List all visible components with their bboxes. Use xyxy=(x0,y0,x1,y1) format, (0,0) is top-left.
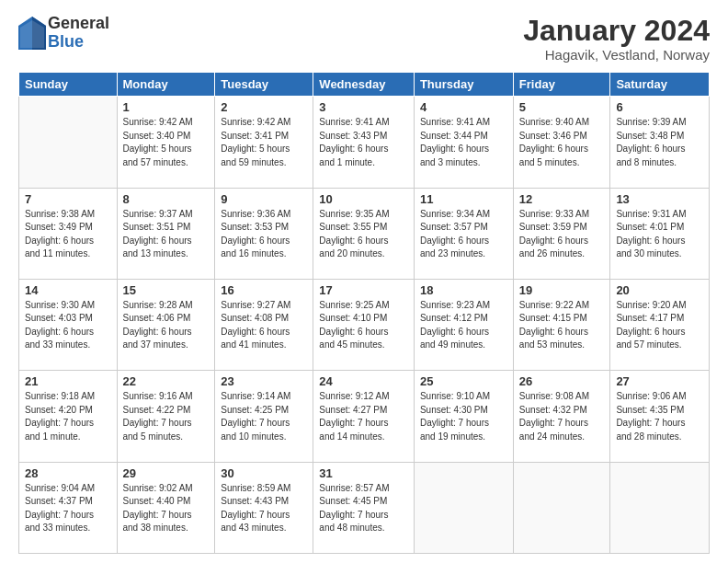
day-number-25: 25 xyxy=(420,374,507,388)
day-number-27: 27 xyxy=(616,374,703,388)
logo-general-text: General xyxy=(48,15,109,33)
calendar-cell-w3-d7: 20Sunrise: 9:20 AMSunset: 4:17 PMDayligh… xyxy=(610,279,710,370)
day-info-14: Sunrise: 9:30 AMSunset: 4:03 PMDaylight:… xyxy=(25,299,111,352)
day-number-31: 31 xyxy=(319,466,408,480)
day-number-2: 2 xyxy=(221,100,307,114)
location: Hagavik, Vestland, Norway xyxy=(523,47,710,63)
day-info-2: Sunrise: 9:42 AMSunset: 3:41 PMDaylight:… xyxy=(221,116,307,169)
calendar-week-2: 7Sunrise: 9:38 AMSunset: 3:49 PMDaylight… xyxy=(19,188,710,279)
calendar-cell-w5-d2: 29Sunrise: 9:02 AMSunset: 4:40 PMDayligh… xyxy=(117,462,215,553)
calendar-cell-w2-d6: 12Sunrise: 9:33 AMSunset: 3:59 PMDayligh… xyxy=(513,188,610,279)
day-info-25: Sunrise: 9:10 AMSunset: 4:30 PMDaylight:… xyxy=(420,390,507,443)
logo-text: General Blue xyxy=(48,15,109,52)
day-number-14: 14 xyxy=(25,283,111,297)
calendar-cell-w3-d3: 16Sunrise: 9:27 AMSunset: 4:08 PMDayligh… xyxy=(215,279,313,370)
calendar-cell-w5-d6 xyxy=(513,462,610,553)
logo-blue-text: Blue xyxy=(48,33,109,52)
calendar-cell-w4-d5: 25Sunrise: 9:10 AMSunset: 4:30 PMDayligh… xyxy=(414,371,513,462)
calendar-cell-w4-d3: 23Sunrise: 9:14 AMSunset: 4:25 PMDayligh… xyxy=(215,371,313,462)
header-saturday: Saturday xyxy=(610,73,710,97)
calendar-week-4: 21Sunrise: 9:18 AMSunset: 4:20 PMDayligh… xyxy=(19,371,710,462)
header-thursday: Thursday xyxy=(414,73,513,97)
day-number-9: 9 xyxy=(221,192,307,206)
day-info-4: Sunrise: 9:41 AMSunset: 3:44 PMDaylight:… xyxy=(420,116,507,169)
month-title: January 2024 xyxy=(523,15,710,47)
day-info-15: Sunrise: 9:28 AMSunset: 4:06 PMDaylight:… xyxy=(123,299,210,352)
calendar-cell-w1-d4: 3Sunrise: 9:41 AMSunset: 3:43 PMDaylight… xyxy=(313,97,415,188)
day-info-31: Sunrise: 8:57 AMSunset: 4:45 PMDaylight:… xyxy=(319,482,408,535)
day-number-24: 24 xyxy=(319,374,408,388)
day-number-8: 8 xyxy=(123,192,210,206)
day-number-28: 28 xyxy=(25,466,111,480)
calendar-cell-w2-d1: 7Sunrise: 9:38 AMSunset: 3:49 PMDaylight… xyxy=(19,188,118,279)
day-number-10: 10 xyxy=(319,192,408,206)
day-info-1: Sunrise: 9:42 AMSunset: 3:40 PMDaylight:… xyxy=(123,116,210,169)
calendar-cell-w2-d2: 8Sunrise: 9:37 AMSunset: 3:51 PMDaylight… xyxy=(117,188,215,279)
day-info-10: Sunrise: 9:35 AMSunset: 3:55 PMDaylight:… xyxy=(319,208,408,261)
calendar-cell-w1-d3: 2Sunrise: 9:42 AMSunset: 3:41 PMDaylight… xyxy=(215,97,313,188)
day-number-30: 30 xyxy=(221,466,307,480)
calendar-cell-w1-d6: 5Sunrise: 9:40 AMSunset: 3:46 PMDaylight… xyxy=(513,97,610,188)
day-info-30: Sunrise: 8:59 AMSunset: 4:43 PMDaylight:… xyxy=(221,482,307,535)
day-number-23: 23 xyxy=(221,374,307,388)
calendar-cell-w5-d3: 30Sunrise: 8:59 AMSunset: 4:43 PMDayligh… xyxy=(215,462,313,553)
calendar-body: 1Sunrise: 9:42 AMSunset: 3:40 PMDaylight… xyxy=(19,97,710,554)
day-info-12: Sunrise: 9:33 AMSunset: 3:59 PMDaylight:… xyxy=(519,208,605,261)
day-info-17: Sunrise: 9:25 AMSunset: 4:10 PMDaylight:… xyxy=(319,299,408,352)
calendar-cell-w5-d1: 28Sunrise: 9:04 AMSunset: 4:37 PMDayligh… xyxy=(19,462,118,553)
calendar-cell-w2-d5: 11Sunrise: 9:34 AMSunset: 3:57 PMDayligh… xyxy=(414,188,513,279)
calendar-cell-w4-d4: 24Sunrise: 9:12 AMSunset: 4:27 PMDayligh… xyxy=(313,371,415,462)
day-number-3: 3 xyxy=(319,100,408,114)
day-info-3: Sunrise: 9:41 AMSunset: 3:43 PMDaylight:… xyxy=(319,116,408,169)
day-number-16: 16 xyxy=(221,283,307,297)
day-info-26: Sunrise: 9:08 AMSunset: 4:32 PMDaylight:… xyxy=(519,390,605,443)
calendar-cell-w3-d6: 19Sunrise: 9:22 AMSunset: 4:15 PMDayligh… xyxy=(513,279,610,370)
calendar-cell-w2-d7: 13Sunrise: 9:31 AMSunset: 4:01 PMDayligh… xyxy=(610,188,710,279)
calendar-header: Sunday Monday Tuesday Wednesday Thursday… xyxy=(19,73,710,97)
day-info-19: Sunrise: 9:22 AMSunset: 4:15 PMDaylight:… xyxy=(519,299,605,352)
day-number-17: 17 xyxy=(319,283,408,297)
day-number-11: 11 xyxy=(420,192,507,206)
calendar-week-3: 14Sunrise: 9:30 AMSunset: 4:03 PMDayligh… xyxy=(19,279,710,370)
header-friday: Friday xyxy=(513,73,610,97)
calendar-cell-w4-d2: 22Sunrise: 9:16 AMSunset: 4:22 PMDayligh… xyxy=(117,371,215,462)
day-info-6: Sunrise: 9:39 AMSunset: 3:48 PMDaylight:… xyxy=(616,116,703,169)
calendar-cell-w4-d1: 21Sunrise: 9:18 AMSunset: 4:20 PMDayligh… xyxy=(19,371,118,462)
calendar-cell-w2-d3: 9Sunrise: 9:36 AMSunset: 3:53 PMDaylight… xyxy=(215,188,313,279)
calendar-cell-w1-d2: 1Sunrise: 9:42 AMSunset: 3:40 PMDaylight… xyxy=(117,97,215,188)
day-info-23: Sunrise: 9:14 AMSunset: 4:25 PMDaylight:… xyxy=(221,390,307,443)
logo-icon xyxy=(18,17,46,50)
calendar-cell-w5-d7 xyxy=(610,462,710,553)
day-number-15: 15 xyxy=(123,283,210,297)
header-monday: Monday xyxy=(117,73,215,97)
day-info-9: Sunrise: 9:36 AMSunset: 3:53 PMDaylight:… xyxy=(221,208,307,261)
day-info-21: Sunrise: 9:18 AMSunset: 4:20 PMDaylight:… xyxy=(25,390,111,443)
header-sunday: Sunday xyxy=(19,73,118,97)
day-number-22: 22 xyxy=(123,374,210,388)
header-wednesday: Wednesday xyxy=(313,73,415,97)
calendar-table: Sunday Monday Tuesday Wednesday Thursday… xyxy=(18,72,710,554)
day-number-13: 13 xyxy=(616,192,703,206)
calendar-cell-w3-d1: 14Sunrise: 9:30 AMSunset: 4:03 PMDayligh… xyxy=(19,279,118,370)
calendar-cell-w1-d1 xyxy=(19,97,118,188)
day-info-8: Sunrise: 9:37 AMSunset: 3:51 PMDaylight:… xyxy=(123,208,210,261)
calendar-cell-w5-d4: 31Sunrise: 8:57 AMSunset: 4:45 PMDayligh… xyxy=(313,462,415,553)
title-block: January 2024 Hagavik, Vestland, Norway xyxy=(523,15,710,63)
day-number-19: 19 xyxy=(519,283,605,297)
day-number-18: 18 xyxy=(420,283,507,297)
day-info-7: Sunrise: 9:38 AMSunset: 3:49 PMDaylight:… xyxy=(25,208,111,261)
day-info-11: Sunrise: 9:34 AMSunset: 3:57 PMDaylight:… xyxy=(420,208,507,261)
calendar-week-1: 1Sunrise: 9:42 AMSunset: 3:40 PMDaylight… xyxy=(19,97,710,188)
calendar-cell-w5-d5 xyxy=(414,462,513,553)
calendar-week-5: 28Sunrise: 9:04 AMSunset: 4:37 PMDayligh… xyxy=(19,462,710,553)
day-info-13: Sunrise: 9:31 AMSunset: 4:01 PMDaylight:… xyxy=(616,208,703,261)
header-tuesday: Tuesday xyxy=(215,73,313,97)
calendar-cell-w1-d5: 4Sunrise: 9:41 AMSunset: 3:44 PMDaylight… xyxy=(414,97,513,188)
day-info-24: Sunrise: 9:12 AMSunset: 4:27 PMDaylight:… xyxy=(319,390,408,443)
calendar-cell-w3-d4: 17Sunrise: 9:25 AMSunset: 4:10 PMDayligh… xyxy=(313,279,415,370)
day-number-1: 1 xyxy=(123,100,210,114)
day-number-12: 12 xyxy=(519,192,605,206)
calendar-cell-w2-d4: 10Sunrise: 9:35 AMSunset: 3:55 PMDayligh… xyxy=(313,188,415,279)
calendar-cell-w3-d5: 18Sunrise: 9:23 AMSunset: 4:12 PMDayligh… xyxy=(414,279,513,370)
calendar-cell-w3-d2: 15Sunrise: 9:28 AMSunset: 4:06 PMDayligh… xyxy=(117,279,215,370)
